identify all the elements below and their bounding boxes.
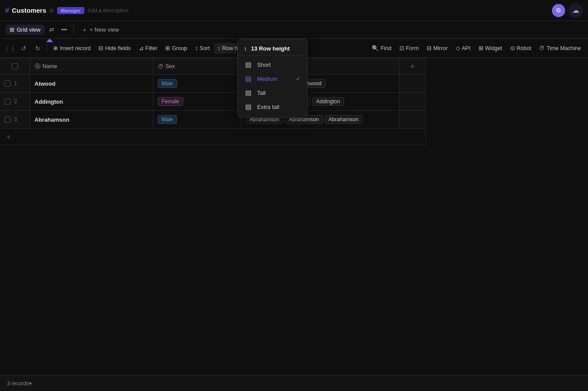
sex-col-header[interactable]: ⏱ Sex bbox=[153, 58, 241, 75]
group-btn[interactable]: ⊞ Group bbox=[162, 43, 191, 54]
api-label: API bbox=[462, 45, 471, 51]
medium-label: Medium bbox=[257, 76, 277, 82]
row-3-checkbox[interactable] bbox=[4, 116, 11, 123]
top-bar: # Customers ☆ Manager Add a description … bbox=[0, 0, 588, 21]
add-col-header[interactable]: ＋ bbox=[399, 58, 425, 75]
row-height-short[interactable]: ▤ Short bbox=[238, 58, 307, 72]
row-2-num: 2 bbox=[14, 98, 17, 105]
short-icon: ▤ bbox=[244, 61, 253, 69]
toolbar-sep-1 bbox=[47, 44, 47, 53]
redo-icon[interactable]: ↻ bbox=[32, 42, 44, 54]
grid-icon: ⊞ bbox=[10, 26, 15, 33]
row-height-medium[interactable]: ▤ Medium ✓ bbox=[238, 72, 307, 86]
bottom-bar: 3 records▾ bbox=[0, 375, 588, 391]
avatar[interactable]: G bbox=[552, 4, 565, 17]
form-btn[interactable]: ⊡ Form bbox=[396, 43, 422, 54]
row-3-name-cell[interactable]: Abrahamson bbox=[30, 111, 153, 129]
row-2-visit-3: Addington bbox=[312, 97, 344, 106]
row-num-3: 3 bbox=[0, 111, 30, 129]
grid-table: Ⓐ Name ⏱ Sex ⧉ Visit History bbox=[0, 58, 426, 145]
row-3-add-col bbox=[399, 111, 425, 129]
new-view-btn[interactable]: ＋ + New view bbox=[77, 24, 123, 36]
robot-icon: ⊙ bbox=[510, 45, 515, 51]
insert-record-label: Insert record bbox=[60, 45, 91, 51]
row-height-tall[interactable]: ▤ Tall bbox=[238, 86, 307, 100]
row-2-checkbox[interactable] bbox=[4, 98, 11, 105]
row-2-sex-cell[interactable]: Female bbox=[153, 93, 241, 111]
row-height-icon-popup: ↕ bbox=[244, 45, 247, 52]
sidebar-toggle-icon[interactable]: ⋮⋮ bbox=[4, 42, 16, 54]
filter-icon-btn[interactable]: ⇄ bbox=[47, 25, 57, 35]
row-height-icon: ↕ bbox=[218, 45, 220, 51]
row-1-sex-tag: Male bbox=[158, 79, 177, 88]
add-row: ＋ bbox=[0, 129, 425, 145]
name-col-header[interactable]: Ⓐ Name bbox=[30, 58, 153, 75]
row-1-add-col bbox=[399, 75, 425, 93]
find-icon: 🔍 bbox=[372, 45, 379, 51]
sort-icon: ↕ bbox=[195, 45, 198, 51]
add-field-btn[interactable]: ＋ bbox=[399, 58, 425, 74]
view-bar: ⊞ Grid view ⇄ ••• ＋ + New view bbox=[0, 21, 588, 39]
table-row: 3 Abrahamson Male Abrahamson Abr bbox=[0, 111, 425, 129]
popup-title: ↕ 13 Row height bbox=[238, 43, 307, 56]
extra-tall-icon: ▤ bbox=[244, 103, 253, 111]
hash-icon: # bbox=[5, 7, 9, 14]
sort-label: Sort bbox=[200, 45, 210, 51]
grid-view-btn[interactable]: ⊞ Grid view bbox=[5, 25, 45, 35]
tall-icon: ▤ bbox=[244, 89, 253, 97]
row-num-1: 1 bbox=[0, 75, 30, 93]
tall-label: Tall bbox=[257, 90, 266, 96]
row-1-checkbox[interactable] bbox=[4, 80, 11, 87]
sort-btn[interactable]: ↕ Sort bbox=[192, 43, 213, 54]
form-label: Form bbox=[406, 45, 419, 51]
add-description[interactable]: Add a description bbox=[88, 7, 129, 14]
insert-icon: ⊕ bbox=[53, 45, 58, 51]
row-3-num: 3 bbox=[14, 116, 17, 123]
add-row-cell[interactable]: ＋ bbox=[0, 129, 425, 145]
time-machine-label: Time Machine bbox=[547, 45, 581, 51]
view-bar-separator bbox=[73, 25, 74, 34]
select-all-checkbox[interactable] bbox=[12, 63, 18, 69]
new-view-label: + New view bbox=[90, 26, 119, 33]
filter-btn[interactable]: ⊿ Filter bbox=[135, 43, 161, 54]
table-row: 1 Atwood Male Atwood Atwood bbox=[0, 75, 425, 93]
table-title: Customers bbox=[12, 7, 46, 14]
add-row-btn[interactable]: ＋ bbox=[0, 129, 425, 145]
find-btn[interactable]: 🔍 Find bbox=[368, 43, 395, 54]
sex-col-icon: ⏱ bbox=[158, 63, 163, 70]
row-2-name-cell[interactable]: Addington bbox=[30, 93, 153, 111]
widget-icon: ⊞ bbox=[479, 45, 483, 51]
widget-btn[interactable]: ⊞ Widget bbox=[475, 43, 506, 54]
manager-badge: Manager bbox=[57, 7, 84, 14]
group-label: Group bbox=[172, 45, 187, 51]
find-label: Find bbox=[381, 45, 391, 51]
row-height-extra-tall[interactable]: ▤ Extra tall bbox=[238, 100, 307, 114]
medium-icon: ▤ bbox=[244, 75, 253, 83]
row-1-sex-cell[interactable]: Male bbox=[153, 75, 241, 93]
more-view-options[interactable]: ••• bbox=[58, 25, 70, 35]
row-3-visit-3: Abrahamson bbox=[325, 115, 363, 124]
row-1-name-cell[interactable]: Atwood bbox=[30, 75, 153, 93]
time-machine-btn[interactable]: ⏱ Time Machine bbox=[536, 43, 584, 54]
mirror-btn[interactable]: ⊟ Mirror bbox=[423, 43, 451, 54]
row-1-num: 1 bbox=[14, 80, 17, 87]
row-3-name: Abrahamson bbox=[35, 116, 69, 123]
sex-col-label: Sex bbox=[166, 63, 175, 69]
row-3-sex-tag: Male bbox=[158, 115, 177, 124]
row-num-header bbox=[0, 58, 30, 75]
insert-record-btn[interactable]: ⊕ Insert record bbox=[50, 43, 94, 54]
medium-check: ✓ bbox=[296, 75, 301, 82]
robot-btn[interactable]: ⊙ Robot bbox=[507, 43, 535, 54]
star-icon[interactable]: ☆ bbox=[49, 7, 54, 14]
hide-fields-btn[interactable]: ⊟ Hide fields bbox=[95, 43, 134, 54]
short-label: Short bbox=[257, 62, 271, 68]
plus-icon: ＋ bbox=[82, 26, 87, 34]
undo-icon[interactable]: ↺ bbox=[18, 42, 30, 54]
grid-view-label: Grid view bbox=[17, 26, 40, 33]
api-btn[interactable]: ◇ API bbox=[452, 43, 474, 54]
robot-label: Robot bbox=[517, 45, 531, 51]
row-3-sex-cell[interactable]: Male bbox=[153, 111, 241, 129]
cloud-icon-btn[interactable]: ☁ bbox=[569, 4, 583, 18]
time-machine-icon: ⏱ bbox=[539, 45, 545, 51]
records-count[interactable]: 3 records▾ bbox=[7, 380, 32, 387]
